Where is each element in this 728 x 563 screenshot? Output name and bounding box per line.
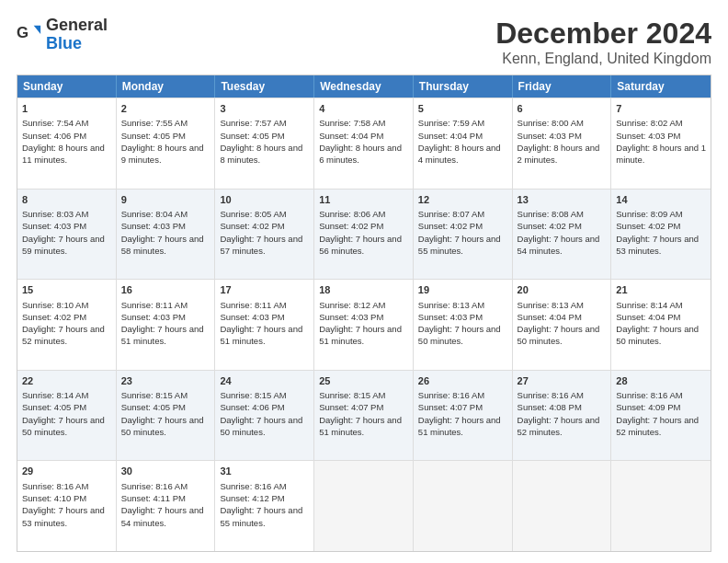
- svg-text:G: G: [17, 24, 28, 41]
- day-22: 22Sunrise: 8:14 AMSunset: 4:05 PMDayligh…: [17, 371, 117, 461]
- day-9: 9Sunrise: 8:04 AMSunset: 4:03 PMDaylight…: [117, 190, 216, 280]
- day-12: 12Sunrise: 8:07 AMSunset: 4:02 PMDayligh…: [414, 190, 513, 280]
- day-empty: [414, 461, 513, 551]
- day-30: 30Sunrise: 8:16 AMSunset: 4:11 PMDayligh…: [117, 461, 216, 551]
- logo-text: GeneralBlue: [46, 17, 108, 53]
- day-15: 15Sunrise: 8:10 AMSunset: 4:02 PMDayligh…: [17, 280, 117, 370]
- day-8: 8Sunrise: 8:03 AMSunset: 4:03 PMDaylight…: [17, 190, 117, 280]
- logo: G GeneralBlue: [17, 17, 108, 53]
- day-28: 28Sunrise: 8:16 AMSunset: 4:09 PMDayligh…: [611, 371, 711, 461]
- calendar-row-3: 15Sunrise: 8:10 AMSunset: 4:02 PMDayligh…: [17, 279, 711, 370]
- day-3: 3Sunrise: 7:57 AMSunset: 4:05 PMDaylight…: [215, 98, 314, 189]
- header-tuesday: Tuesday: [215, 75, 314, 98]
- day-31: 31Sunrise: 8:16 AMSunset: 4:12 PMDayligh…: [215, 461, 314, 551]
- day-23: 23Sunrise: 8:15 AMSunset: 4:05 PMDayligh…: [117, 371, 216, 461]
- day-25: 25Sunrise: 8:15 AMSunset: 4:07 PMDayligh…: [314, 371, 414, 461]
- day-17: 17Sunrise: 8:11 AMSunset: 4:03 PMDayligh…: [215, 280, 314, 370]
- calendar-row-4: 22Sunrise: 8:14 AMSunset: 4:05 PMDayligh…: [17, 370, 711, 461]
- calendar-header: Sunday Monday Tuesday Wednesday Thursday…: [17, 75, 711, 98]
- calendar-row-1: 1Sunrise: 7:54 AMSunset: 4:06 PMDaylight…: [17, 98, 711, 189]
- header-saturday: Saturday: [611, 75, 711, 98]
- header-monday: Monday: [117, 75, 216, 98]
- day-10: 10Sunrise: 8:05 AMSunset: 4:02 PMDayligh…: [215, 190, 314, 280]
- page-header: G GeneralBlue December 2024 Kenn, Englan…: [17, 17, 711, 67]
- day-14: 14Sunrise: 8:09 AMSunset: 4:02 PMDayligh…: [611, 190, 711, 280]
- calendar-page: G GeneralBlue December 2024 Kenn, Englan…: [0, 0, 728, 563]
- calendar-body: 1Sunrise: 7:54 AMSunset: 4:06 PMDaylight…: [17, 98, 711, 551]
- day-4: 4Sunrise: 7:58 AMSunset: 4:04 PMDaylight…: [314, 98, 414, 189]
- day-19: 19Sunrise: 8:13 AMSunset: 4:03 PMDayligh…: [414, 280, 513, 370]
- day-2: 2Sunrise: 7:55 AMSunset: 4:05 PMDaylight…: [117, 98, 216, 189]
- day-27: 27Sunrise: 8:16 AMSunset: 4:08 PMDayligh…: [513, 371, 612, 461]
- calendar: Sunday Monday Tuesday Wednesday Thursday…: [17, 75, 711, 552]
- calendar-row-5: 29Sunrise: 8:16 AMSunset: 4:10 PMDayligh…: [17, 460, 711, 551]
- day-1: 1Sunrise: 7:54 AMSunset: 4:06 PMDaylight…: [17, 98, 117, 189]
- main-title: December 2024: [495, 17, 711, 51]
- day-16: 16Sunrise: 8:11 AMSunset: 4:03 PMDayligh…: [117, 280, 216, 370]
- header-thursday: Thursday: [414, 75, 513, 98]
- day-13: 13Sunrise: 8:08 AMSunset: 4:02 PMDayligh…: [513, 190, 612, 280]
- day-5: 5Sunrise: 7:59 AMSunset: 4:04 PMDaylight…: [414, 98, 513, 189]
- logo-icon: G: [17, 22, 42, 48]
- header-friday: Friday: [513, 75, 612, 98]
- header-wednesday: Wednesday: [314, 75, 414, 98]
- day-empty: [314, 461, 414, 551]
- day-empty: [513, 461, 612, 551]
- day-29: 29Sunrise: 8:16 AMSunset: 4:10 PMDayligh…: [17, 461, 117, 551]
- day-21: 21Sunrise: 8:14 AMSunset: 4:04 PMDayligh…: [611, 280, 711, 370]
- day-7: 7Sunrise: 8:02 AMSunset: 4:03 PMDaylight…: [611, 98, 711, 189]
- calendar-row-2: 8Sunrise: 8:03 AMSunset: 4:03 PMDaylight…: [17, 189, 711, 280]
- svg-marker-1: [34, 26, 40, 34]
- day-11: 11Sunrise: 8:06 AMSunset: 4:02 PMDayligh…: [314, 190, 414, 280]
- day-26: 26Sunrise: 8:16 AMSunset: 4:07 PMDayligh…: [414, 371, 513, 461]
- header-sunday: Sunday: [17, 75, 117, 98]
- day-20: 20Sunrise: 8:13 AMSunset: 4:04 PMDayligh…: [513, 280, 612, 370]
- day-empty: [611, 461, 711, 551]
- subtitle: Kenn, England, United Kingdom: [495, 51, 711, 67]
- day-6: 6Sunrise: 8:00 AMSunset: 4:03 PMDaylight…: [513, 98, 612, 189]
- day-18: 18Sunrise: 8:12 AMSunset: 4:03 PMDayligh…: [314, 280, 414, 370]
- day-24: 24Sunrise: 8:15 AMSunset: 4:06 PMDayligh…: [215, 371, 314, 461]
- title-block: December 2024 Kenn, England, United King…: [495, 17, 711, 67]
